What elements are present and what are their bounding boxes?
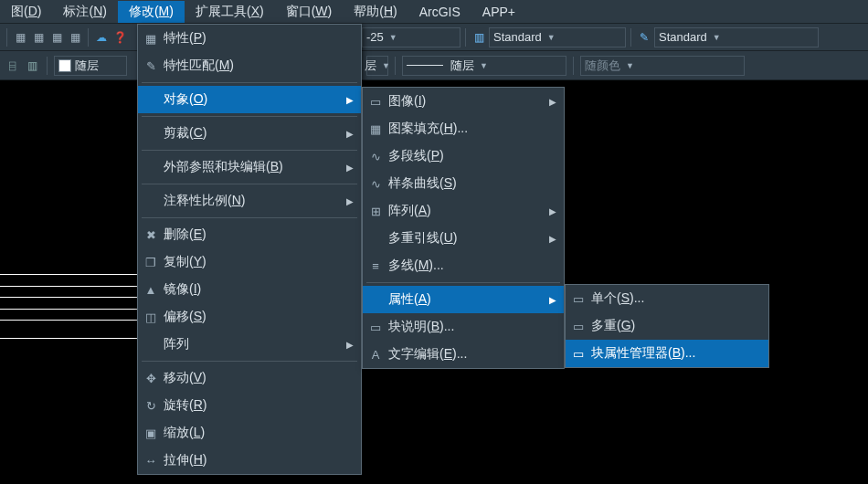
menu-item[interactable]: ⊞阵列(A)▶	[363, 197, 564, 225]
menubar-item[interactable]: ArcGIS	[408, 2, 471, 22]
plotstyle-drop[interactable]: 随颜色 ▼	[580, 56, 745, 76]
menu-item-label: 旋转(R)	[164, 397, 361, 414]
menu-item-icon: ▦	[363, 122, 388, 136]
chevron-down-icon: ▼	[389, 33, 397, 42]
menu-item[interactable]: ≡多线(M)...	[363, 252, 564, 279]
menu-item[interactable]: ▦图案填充(H)...	[363, 115, 564, 142]
menu-item[interactable]: ▣缩放(L)	[138, 419, 361, 447]
menubar-item[interactable]: APP+	[471, 2, 526, 22]
tool-icon[interactable]: ▦	[30, 29, 47, 46]
small-drop-label: 层	[365, 58, 376, 74]
submenu-arrow-icon: ▶	[346, 95, 354, 105]
menu-item[interactable]: 属性(A)▶	[363, 286, 564, 313]
menu-item-icon: ▲	[138, 283, 164, 297]
cloud-icon[interactable]: ☁	[93, 29, 110, 46]
menu-item[interactable]: ∿多段线(P)	[363, 142, 564, 170]
menu-item[interactable]: ✥移动(V)	[138, 364, 361, 392]
menu-separator	[142, 150, 357, 151]
layer-color-drop[interactable]: 随层	[54, 56, 127, 76]
menu-item[interactable]: 阵列▶	[138, 331, 361, 358]
menu-item-label: 样条曲线(S)	[388, 175, 564, 192]
tool-icon[interactable]: ▦	[67, 29, 83, 46]
menu-item-icon: ∿	[363, 150, 388, 163]
menubar-item[interactable]: 标注(N)	[52, 1, 117, 23]
menu-item[interactable]: ▦特性(P)	[138, 25, 361, 52]
menu-item[interactable]: 注释性比例(N)▶	[138, 187, 361, 215]
lineweight-drop[interactable]: 随层 ▼	[402, 56, 566, 76]
text-style-drop[interactable]: Standard ▼	[489, 27, 626, 47]
menu-item-icon: ✖	[138, 228, 164, 242]
help-icon[interactable]: ❓	[111, 29, 128, 46]
menu-item-label: 偏移(S)	[164, 309, 361, 325]
menu-item-label: 图案填充(H)...	[388, 121, 564, 137]
menu-item-icon: A	[363, 348, 388, 362]
menu-item[interactable]: 对象(O)▶	[138, 86, 361, 113]
chevron-down-icon: ▼	[713, 33, 721, 42]
menu-item-label: 剪裁(C)	[164, 125, 361, 142]
menu-item-icon: ◫	[138, 310, 164, 324]
submenu-arrow-icon: ▶	[549, 206, 556, 216]
menu-item[interactable]: 外部参照和块编辑(B)▶	[138, 153, 361, 181]
dimension-style-drop[interactable]: -25 ▼	[362, 27, 460, 47]
menu-item-label: 多段线(P)	[388, 148, 564, 164]
tool-icon[interactable]: ▦	[12, 29, 28, 46]
chevron-down-icon: ▼	[547, 33, 556, 42]
menu-item-label: 复制(Y)	[164, 254, 361, 270]
table-style-label: Standard	[659, 30, 707, 44]
menu-item-label: 属性(A)	[388, 291, 564, 308]
tool-icon[interactable]: ▦	[48, 29, 65, 46]
menu-item-label: 镜像(I)	[164, 281, 361, 298]
menu-item[interactable]: ✖删除(E)	[138, 221, 361, 248]
color-swatch	[58, 59, 71, 72]
menu-item-label: 文字编辑(E)...	[388, 346, 564, 363]
menu-item[interactable]: ↔拉伸(H)	[138, 447, 361, 474]
standard-icon[interactable]: ▥	[471, 29, 487, 46]
menu-separator	[142, 184, 357, 184]
menu-item-label: 删除(E)	[164, 226, 361, 243]
menu-item[interactable]: ▲镜像(I)	[138, 276, 361, 303]
menu-item[interactable]: 剪裁(C)▶	[138, 120, 361, 147]
layer-label: 随层	[75, 58, 99, 74]
plotstyle-label: 随颜色	[585, 58, 620, 74]
menu-item[interactable]: ▭块属性管理器(B)...	[566, 340, 768, 367]
table-style-drop[interactable]: Standard ▼	[654, 27, 819, 47]
menubar-item[interactable]: 帮助(H)	[343, 1, 408, 23]
menu-item[interactable]: ✎特性匹配(M)	[138, 52, 361, 79]
menu-item[interactable]: ▭单个(S)...	[566, 285, 768, 312]
chevron-down-icon: ▼	[382, 61, 390, 70]
menu-item[interactable]: ▭图像(I)▶	[363, 88, 564, 115]
menu-item[interactable]: ▭多重(G)	[566, 312, 768, 340]
menu-item-label: 特性(P)	[164, 30, 361, 47]
menu-item[interactable]: ◫偏移(S)	[138, 303, 361, 331]
submenu-arrow-icon: ▶	[346, 129, 354, 139]
menu-item[interactable]: A文字编辑(E)...	[363, 341, 564, 368]
menu-separator	[142, 217, 357, 218]
chevron-down-icon: ▼	[626, 61, 634, 70]
object-submenu-dropdown: ▭图像(I)▶▦图案填充(H)...∿多段线(P)∿样条曲线(S)⊞阵列(A)▶…	[362, 87, 565, 369]
menu-item[interactable]: ▭块说明(B)...	[363, 313, 564, 341]
menu-separator	[142, 361, 357, 362]
menu-item[interactable]: ↻旋转(R)	[138, 392, 361, 419]
menu-item-label: 单个(S)...	[591, 290, 768, 307]
menu-item[interactable]: ∿样条曲线(S)	[363, 170, 564, 197]
menubar-item[interactable]: 窗口(W)	[275, 1, 344, 23]
menu-separator	[366, 282, 560, 283]
menu-item-icon: ❐	[138, 256, 164, 269]
menu-item[interactable]: 多重引线(U)▶	[363, 225, 564, 252]
layer-icon[interactable]: ⌸	[4, 58, 20, 74]
menu-item-icon: ▭	[566, 347, 591, 361]
menu-item[interactable]: ❐复制(Y)	[138, 248, 361, 276]
menu-item-label: 块说明(B)...	[388, 319, 564, 335]
submenu-arrow-icon: ▶	[549, 97, 556, 107]
submenu-arrow-icon: ▶	[549, 234, 556, 244]
menubar: 图(D)标注(N)修改(M)扩展工具(X)窗口(W)帮助(H)ArcGISAPP…	[0, 0, 868, 24]
small-drop[interactable]: 层 ▼	[366, 56, 388, 76]
menubar-item[interactable]: 图(D)	[0, 1, 52, 23]
menu-item-label: 对象(O)	[164, 91, 361, 108]
layer-icon[interactable]: ▥	[24, 58, 40, 74]
chevron-down-icon: ▼	[480, 61, 488, 70]
standard2-icon[interactable]: ✎	[636, 29, 652, 46]
menubar-item[interactable]: 修改(M)	[118, 1, 185, 23]
menu-item-icon: ⊞	[363, 205, 388, 218]
menubar-item[interactable]: 扩展工具(X)	[185, 1, 275, 23]
